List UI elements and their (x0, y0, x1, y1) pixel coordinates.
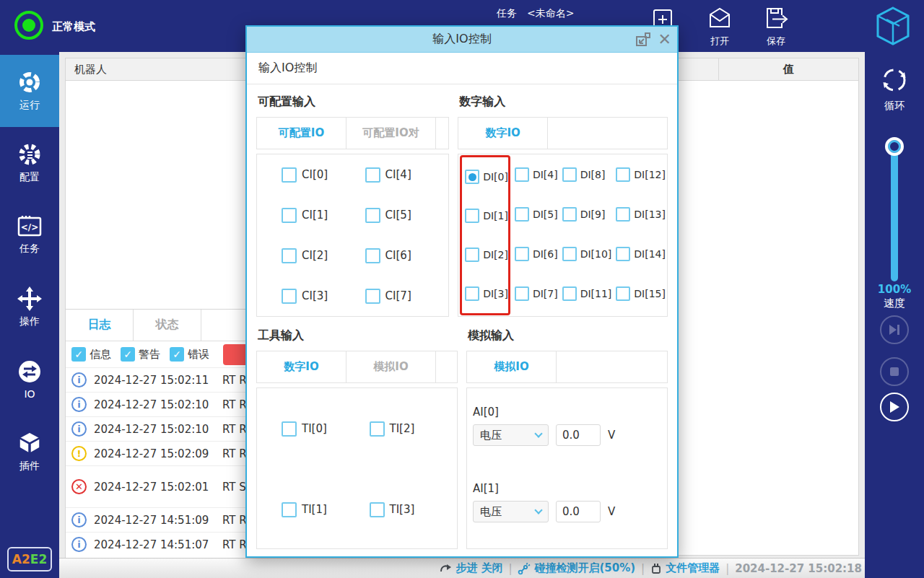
io-label: DI[8] (580, 169, 606, 180)
checkbox (465, 286, 479, 301)
sidebar-item-io[interactable]: IO (0, 343, 59, 416)
checkbox (282, 167, 297, 183)
app-root: 正常模式 任务 <未命名> 打开 保 (0, 0, 924, 578)
collision-status[interactable]: 碰撞检测开启(50%) (518, 561, 635, 575)
analog-channel: AI[0] 电压 0.0 V (473, 406, 667, 446)
io-checkbox-item[interactable]: CI[5] (365, 195, 449, 235)
filter-info-checkbox[interactable]: ✓ 信息 (71, 347, 111, 362)
close-icon[interactable]: ✕ (658, 32, 671, 48)
signal-type-select[interactable]: 电压 (473, 424, 549, 446)
io-checkbox-item[interactable]: DI[12] (616, 154, 666, 194)
stop-button[interactable] (880, 357, 909, 386)
io-checkbox-item[interactable]: DI[2] (465, 235, 508, 274)
tab-tool-analog-io[interactable]: 模拟IO (346, 351, 436, 382)
file-manager-button[interactable]: 文件管理器 (650, 561, 720, 575)
io-checkbox-item[interactable]: DI[4] (515, 154, 558, 194)
collision-label: 碰撞检测开启(50%) (534, 561, 635, 575)
section-label: 可配置输入 (258, 95, 449, 110)
io-label: DI[10] (580, 248, 612, 260)
tab-digital-io[interactable]: 数字IO (458, 118, 548, 149)
io-checkbox-item[interactable]: DI[8] (562, 154, 612, 194)
value-column-header: 值 (718, 58, 858, 80)
tab-tool-digital-io[interactable]: 数字IO (257, 351, 346, 382)
play-button[interactable] (880, 393, 909, 421)
save-button[interactable]: 保存 (760, 6, 792, 48)
tab-configurable-io-pair[interactable]: 可配置IO对 (346, 118, 436, 149)
step-mode-status[interactable]: 步进 关闭 (440, 561, 502, 575)
io-label: DI[9] (580, 209, 606, 220)
checkbox (365, 208, 380, 223)
filter-warn-checkbox[interactable]: ✓ 警告 (121, 347, 160, 362)
checkbox (465, 209, 479, 223)
io-checkbox-item[interactable]: TI[3] (370, 469, 458, 550)
io-label: DI[1] (483, 210, 508, 222)
sidebar-item-run[interactable]: 运行 (0, 55, 59, 127)
speed-value: 100% (865, 283, 924, 297)
restore-window-icon[interactable] (635, 32, 651, 48)
signal-type-value: 电压 (480, 505, 502, 519)
tool-input-section: 工具输入 数字IO 模拟IO TI[0] TI[1] TI[2] TI[3] (256, 327, 458, 549)
io-checkbox-item[interactable]: DI[5] (515, 194, 558, 234)
step-next-button[interactable] (880, 315, 909, 344)
checkbox (370, 502, 385, 517)
io-checkbox-item[interactable]: DI[0] (465, 157, 508, 196)
open-button[interactable]: 打开 (704, 6, 736, 48)
io-checkbox-item[interactable]: DI[1] (465, 196, 508, 235)
analog-value-field[interactable]: 0.0 (556, 501, 601, 522)
log-message: RT R (222, 514, 247, 527)
step-icon (440, 563, 452, 574)
io-checkbox-item[interactable]: TI[0] (282, 388, 370, 469)
dialog-titlebar[interactable]: 输入IO控制 ✕ (247, 27, 677, 53)
sidebar-item-operate[interactable]: 操作 (0, 271, 59, 343)
filter-error-checkbox[interactable]: ✓ 错误 (170, 347, 209, 362)
io-label: DI[15] (634, 288, 666, 299)
speed-slider-track[interactable] (891, 147, 898, 281)
io-checkbox-item[interactable]: TI[1] (282, 469, 370, 550)
sidebar-item-label: 任务 (19, 242, 40, 255)
input-io-dialog: 输入IO控制 ✕ 输入IO控制 可配置输入 可配置IO 可配置IO对 (245, 25, 679, 558)
io-checkbox-item[interactable]: DI[10] (562, 234, 612, 273)
signal-type-select[interactable]: 电压 (473, 501, 549, 522)
io-checkbox-item[interactable]: CI[2] (282, 235, 365, 276)
clock: 2024-12-27 15:02:18 (735, 562, 862, 575)
loop-mode-button[interactable]: 循环 (865, 65, 924, 113)
separator: | (725, 562, 729, 575)
io-checkbox-item[interactable]: DI[15] (616, 273, 666, 313)
separator: | (641, 562, 645, 575)
tab-configurable-io[interactable]: 可配置IO (257, 118, 346, 149)
task-title: 任务 <未命名> (497, 7, 574, 20)
configurable-input-section: 可配置输入 可配置IO 可配置IO对 CI[0] CI[1] CI[2] CI[… (256, 93, 449, 317)
loop-icon (879, 65, 910, 95)
io-checkbox-item[interactable]: CI[7] (365, 276, 449, 316)
chevron-down-icon (534, 429, 542, 437)
collision-icon (518, 562, 531, 575)
io-checkbox-item[interactable]: DI[6] (515, 234, 558, 273)
io-checkbox-item[interactable]: TI[2] (370, 388, 458, 469)
io-checkbox-item[interactable]: CI[3] (282, 276, 365, 316)
sidebar-item-config[interactable]: 配置 (0, 127, 59, 199)
tab-status[interactable]: 状态 (134, 310, 201, 341)
error-icon: ✕ (71, 479, 87, 494)
io-checkbox-item[interactable]: DI[9] (562, 194, 612, 234)
sidebar-item-label: 插件 (19, 460, 40, 473)
tab-log[interactable]: 日志 (66, 310, 134, 341)
filter-warn-label: 警告 (139, 348, 160, 362)
checkbox-checked-icon: ✓ (170, 347, 184, 362)
io-checkbox-item[interactable]: DI[3] (465, 274, 508, 313)
io-checkbox-item[interactable]: DI[7] (515, 273, 558, 313)
io-checkbox-item[interactable]: DI[11] (562, 273, 612, 313)
io-checkbox-item[interactable]: CI[6] (365, 235, 449, 276)
io-checkbox-item[interactable]: DI[13] (616, 194, 666, 234)
io-checkbox-item[interactable]: CI[4] (365, 154, 449, 195)
io-checkbox-item[interactable]: CI[1] (282, 195, 365, 235)
section-label: 模拟输入 (468, 328, 668, 343)
tab-analog-io[interactable]: 模拟IO (467, 351, 557, 382)
checkbox (282, 208, 297, 223)
dialog-heading: 输入IO控制 (247, 53, 677, 84)
analog-value-field[interactable]: 0.0 (556, 424, 601, 446)
io-checkbox-item[interactable]: CI[0] (282, 154, 365, 195)
speed-slider-knob[interactable] (885, 137, 904, 156)
sidebar-item-plugin[interactable]: 插件 (0, 416, 59, 488)
sidebar-item-task[interactable]: </> 任务 (0, 199, 59, 271)
io-checkbox-item[interactable]: DI[14] (616, 234, 666, 273)
